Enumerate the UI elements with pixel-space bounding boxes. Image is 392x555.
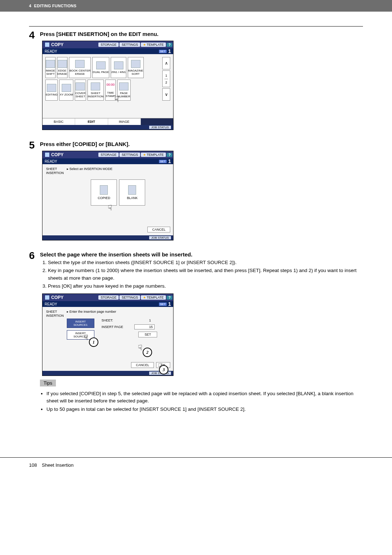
device-screenshot-edit-menu: COPY STORAGE SETTINGS TEMPLATE ? READY S… — [42, 41, 173, 130]
chapter-header: 4 EDITING FUNCTIONS — [0, 0, 392, 12]
step-5-heading: Press either [COPIED] or [BLANK]. — [40, 141, 363, 147]
book-center-icon — [75, 60, 85, 68]
step-6-substep-2: Key in page numbers (1 to 2000) where th… — [48, 267, 363, 282]
insert-source-2-button[interactable]: INSERT SOURCE2 — [67, 330, 94, 340]
mode-title: COPY — [43, 295, 64, 300]
tips-list: If you selected [COPIED] in step 5, the … — [40, 390, 363, 413]
insertion-prompt: ▸ Select an INSERTION MODE — [67, 167, 170, 171]
mode-title: COPY — [43, 152, 64, 157]
callout-3: 3 — [159, 365, 168, 374]
copies-count: 1 — [168, 48, 171, 54]
cancel-button[interactable]: CANCEL — [131, 362, 154, 368]
image-shift-button[interactable]: IMAGE SHIFT — [45, 57, 56, 78]
ready-label: READY — [45, 49, 57, 53]
mode-title: COPY — [43, 42, 64, 47]
2in1-4in1-button[interactable]: 2IN1 / 4IN1 — [111, 57, 126, 78]
tip-2: Up to 50 pages in total can be selected … — [46, 406, 363, 413]
dual-page-icon — [96, 61, 106, 69]
book-center-erase-button[interactable]: BOOK CENTER ERASE — [69, 57, 91, 78]
template-button[interactable]: TEMPLATE — [141, 153, 166, 157]
insert-page-label: INSERT PAGE — [102, 325, 131, 329]
tips-badge: Tips — [40, 380, 56, 386]
job-status-bar[interactable]: JOB STATUS — [42, 371, 173, 376]
page-number-button[interactable]: PAGE NUMBER — [117, 80, 131, 101]
copy-icon — [45, 295, 50, 300]
page-number: 108 — [29, 462, 37, 468]
ready-label: READY — [45, 302, 57, 306]
insert-source-1-button[interactable]: INSERT SOURCE1 — [67, 319, 94, 328]
tab-image[interactable]: IMAGE — [108, 118, 141, 125]
set-button[interactable]: SET — [138, 332, 157, 337]
help-button[interactable]: ? — [167, 43, 172, 47]
tab-basic[interactable]: BASIC — [42, 118, 75, 125]
step-6-substep-1: Select the type of the insertion sheets … — [48, 259, 363, 266]
help-button[interactable]: ? — [167, 296, 172, 300]
step-4: 4 Press [SHEET INSERTION] on the EDIT me… — [29, 31, 363, 130]
time-stamp-icon: 00:00 — [106, 83, 115, 90]
tip-1: If you selected [COPIED] in step 5, the … — [46, 390, 363, 405]
page-up-button[interactable]: ∧ — [162, 57, 170, 69]
edge-erase-icon — [58, 60, 67, 68]
storage-button[interactable]: STORAGE — [98, 295, 119, 300]
callout-2: 2 — [143, 348, 152, 357]
tab-edit[interactable]: EDIT — [75, 118, 108, 125]
touch-cursor-icon — [84, 333, 88, 342]
editing-button[interactable]: EDITING — [45, 80, 58, 101]
insert-page-value: 15 — [134, 324, 155, 329]
page-down-button[interactable]: ∨ — [162, 88, 170, 101]
step-6: 6 Select the page where the insertion sh… — [29, 251, 363, 414]
xy-zoom-icon — [62, 84, 71, 92]
tab-spacer — [141, 118, 173, 125]
sheet-insertion-label: SHEET INSERTION — [46, 310, 64, 340]
cancel-button[interactable]: CANCEL — [147, 227, 170, 232]
set-chip: SET — [159, 50, 167, 53]
top-rule — [29, 26, 363, 27]
touch-cursor-icon — [138, 343, 142, 352]
help-button[interactable]: ? — [167, 153, 172, 157]
xy-zoom-button[interactable]: XY ZOOM — [59, 80, 73, 101]
blank-icon — [128, 185, 136, 195]
storage-button[interactable]: STORAGE — [98, 153, 119, 157]
image-shift-icon — [46, 60, 55, 68]
settings-button[interactable]: SETTINGS — [119, 295, 140, 300]
touch-cursor-icon — [108, 203, 112, 212]
device-screenshot-insertion-mode: COPY STORAGE SETTINGS TEMPLATE ? READY S… — [42, 151, 173, 240]
cover-sheet-button[interactable]: COVER SHEET — [75, 80, 86, 101]
device-screenshot-insertion-page: COPY STORAGE SETTINGS TEMPLATE ? READY S… — [42, 293, 173, 376]
settings-button[interactable]: SETTINGS — [119, 153, 140, 157]
step-6-substep-3: Press [OK] after you have keyed in the p… — [48, 283, 363, 290]
blank-button[interactable]: BLANK — [119, 179, 145, 206]
step-5-number: 5 — [29, 140, 40, 150]
copy-icon — [45, 42, 50, 47]
set-chip: SET — [159, 303, 167, 306]
chapter-num: 4 — [29, 4, 31, 8]
sheet-label: SHEET: — [102, 319, 131, 322]
cover-sheet-icon — [75, 82, 85, 90]
job-status-bar[interactable]: JOB STATUS — [42, 235, 173, 240]
template-button[interactable]: TEMPLATE — [141, 295, 166, 300]
settings-button[interactable]: SETTINGS — [119, 42, 140, 47]
sheet-insertion-button[interactable]: SHEET INSERTION — [87, 80, 104, 101]
page-footer: 108 Sheet Insertion — [0, 460, 392, 475]
job-status-bar[interactable]: JOB STATUS — [42, 125, 173, 130]
insertion-prompt: ▸ Enter the insertion page number — [67, 310, 170, 313]
copies-count: 1 — [168, 158, 171, 164]
step-4-number: 4 — [29, 30, 40, 40]
footer-title: Sheet Insertion — [42, 462, 73, 468]
chapter-title: EDITING FUNCTIONS — [34, 4, 77, 8]
template-button[interactable]: TEMPLATE — [141, 42, 166, 47]
sheet-insertion-label: SHEET INSERTION — [46, 167, 64, 222]
callout-1: 1 — [89, 337, 98, 347]
step-6-substeps: Select the type of the insertion sheets … — [40, 259, 363, 290]
step-4-heading: Press [SHEET INSERTION] on the EDIT menu… — [40, 31, 363, 37]
storage-button[interactable]: STORAGE — [98, 42, 119, 47]
step-6-heading: Select the page where the insertion shee… — [40, 251, 363, 258]
step-5: 5 Press either [COPIED] or [BLANK]. COPY… — [29, 141, 363, 240]
copied-button[interactable]: COPIED — [91, 179, 117, 206]
edge-erase-button[interactable]: EDGE ERASE — [57, 57, 68, 78]
set-chip: SET — [159, 160, 167, 163]
copied-icon — [100, 185, 108, 195]
dual-page-button[interactable]: DUAL PAGE — [92, 57, 109, 78]
magazine-sort-button[interactable]: MAGAZINE SORT — [128, 57, 144, 78]
page-indicator: 12 — [162, 70, 170, 87]
